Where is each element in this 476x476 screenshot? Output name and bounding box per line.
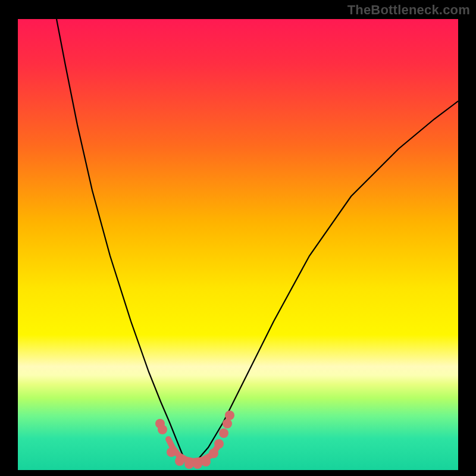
plot-background xyxy=(18,19,458,470)
highlight-dot xyxy=(167,447,176,457)
highlight-dot xyxy=(201,457,211,466)
bottleneck-chart xyxy=(0,0,476,476)
highlight-dot xyxy=(223,419,232,428)
highlight-dot xyxy=(193,459,202,469)
watermark-text: TheBottleneck.com xyxy=(347,2,470,18)
highlight-dot xyxy=(214,439,224,449)
highlight-dot xyxy=(184,459,194,469)
highlight-dot xyxy=(158,425,167,434)
highlight-dot xyxy=(219,428,228,438)
highlight-dot xyxy=(209,449,218,458)
highlight-dot xyxy=(175,456,184,466)
highlight-dot xyxy=(225,411,234,420)
chart-frame: TheBottleneck.com xyxy=(0,0,476,476)
